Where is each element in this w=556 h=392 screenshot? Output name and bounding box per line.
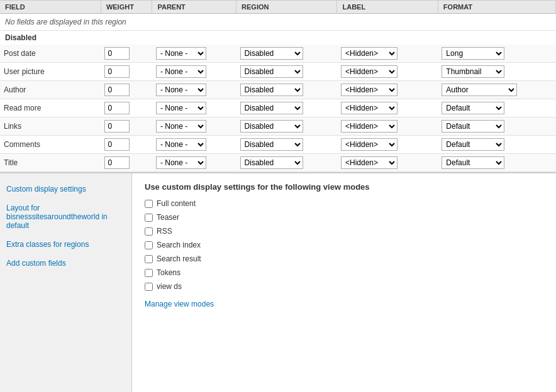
field-table-section: FIELD WEIGHT PARENT REGION LABEL FORMAT … bbox=[0, 0, 556, 172]
weight-input[interactable] bbox=[104, 65, 130, 78]
format-select[interactable]: Author bbox=[442, 84, 517, 96]
checkbox-item-teaser[interactable]: Teaser bbox=[145, 213, 543, 222]
col-header-region: REGION bbox=[236, 1, 337, 14]
region-select[interactable]: Disabled bbox=[240, 47, 303, 60]
region-select[interactable]: Disabled bbox=[240, 84, 303, 96]
format-select[interactable]: Default bbox=[442, 102, 504, 114]
table-row: Post date - None - Disabled bbox=[0, 45, 556, 63]
checkbox-item-tokens[interactable]: Tokens bbox=[145, 268, 543, 277]
label-select[interactable]: <Hidden> bbox=[341, 65, 398, 78]
parent-select[interactable]: - None - bbox=[156, 47, 206, 60]
label-select[interactable]: <Hidden> bbox=[341, 138, 398, 151]
parent-select[interactable]: - None - bbox=[156, 120, 206, 133]
region-select[interactable]: Disabled bbox=[240, 156, 303, 169]
checkbox-item-full-content[interactable]: Full content bbox=[145, 199, 543, 208]
sidebar-link-add-custom-fields[interactable]: Add custom fields bbox=[6, 259, 125, 268]
checkbox-full-content[interactable] bbox=[145, 200, 153, 208]
table-row: Title - None - Disabled <Hidden> Default bbox=[0, 154, 556, 172]
checkbox-teaser[interactable] bbox=[145, 214, 153, 222]
table-row: Comments - None - Disabled <Hidden> Defa… bbox=[0, 136, 556, 154]
label-cell: <Hidden> bbox=[337, 45, 438, 63]
main-container: FIELD WEIGHT PARENT REGION LABEL FORMAT … bbox=[0, 0, 556, 392]
weight-cell bbox=[101, 45, 152, 63]
checkbox-search-result[interactable] bbox=[145, 255, 153, 263]
label-select[interactable]: <Hidden> bbox=[341, 120, 398, 133]
label-select[interactable]: <Hidden> bbox=[341, 102, 398, 114]
checkbox-group: Full content Teaser RSS Search index Sea bbox=[145, 199, 543, 291]
format-cell: Long bbox=[438, 45, 555, 63]
parent-select[interactable]: - None - bbox=[156, 138, 206, 151]
sidebar-link-extra-classes[interactable]: Extra classes for regions bbox=[6, 240, 125, 249]
checkbox-label-tokens: Tokens bbox=[157, 268, 181, 277]
checkbox-label-teaser: Teaser bbox=[157, 213, 179, 222]
region-select[interactable]: Disabled bbox=[240, 120, 303, 133]
region-select[interactable]: Disabled bbox=[240, 102, 303, 114]
label-select[interactable]: <Hidden> bbox=[341, 156, 398, 169]
checkbox-item-search-result[interactable]: Search result bbox=[145, 254, 543, 263]
table-row: User picture - None - Disabled <Hidden> … bbox=[0, 63, 556, 81]
parent-cell: - None - bbox=[152, 45, 236, 63]
sidebar-link-layout[interactable]: Layout for bisnesssitesaroundtheworld in… bbox=[6, 204, 125, 230]
parent-select[interactable]: - None - bbox=[156, 102, 206, 114]
field-name: Comments bbox=[0, 136, 101, 154]
parent-select[interactable]: - None - bbox=[156, 84, 206, 96]
checkbox-tokens[interactable] bbox=[145, 269, 153, 277]
bottom-section: Custom display settings Layout for bisne… bbox=[0, 172, 556, 392]
sidebar-link-custom-display[interactable]: Custom display settings bbox=[6, 185, 125, 193]
weight-input[interactable] bbox=[104, 156, 130, 169]
checkbox-item-rss[interactable]: RSS bbox=[145, 227, 543, 236]
format-select[interactable]: Default bbox=[442, 138, 504, 151]
checkbox-label-rss: RSS bbox=[157, 227, 172, 236]
format-select[interactable]: Default bbox=[442, 156, 504, 169]
field-name: Read more bbox=[0, 99, 101, 117]
weight-input[interactable] bbox=[104, 138, 130, 151]
no-fields-message: No fields are displayed in this region bbox=[0, 14, 556, 31]
manage-view-modes-link[interactable]: Manage view modes bbox=[145, 300, 214, 308]
no-fields-row: No fields are displayed in this region bbox=[0, 14, 556, 31]
field-name: Title bbox=[0, 154, 101, 172]
region-select[interactable]: Disabled bbox=[240, 65, 303, 78]
weight-cell bbox=[101, 63, 152, 81]
checkbox-item-view-ds[interactable]: view ds bbox=[145, 282, 543, 291]
field-name: Author bbox=[0, 81, 101, 99]
checkbox-view-ds[interactable] bbox=[145, 283, 153, 291]
checkbox-label-view-ds: view ds bbox=[157, 282, 182, 291]
weight-input[interactable] bbox=[104, 47, 130, 60]
parent-select[interactable]: - None - bbox=[156, 156, 206, 169]
col-header-weight: WEIGHT bbox=[101, 1, 152, 14]
format-select[interactable]: Long bbox=[442, 47, 504, 60]
field-name: User picture bbox=[0, 63, 101, 81]
main-content-area: Use custom display settings for the foll… bbox=[132, 173, 556, 392]
sidebar: Custom display settings Layout for bisne… bbox=[0, 173, 132, 392]
format-select[interactable]: Thumbnail bbox=[442, 65, 504, 78]
sidebar-item-extra-classes[interactable]: Extra classes for regions bbox=[0, 235, 131, 254]
table-row: Links - None - Disabled <Hidden> Default bbox=[0, 117, 556, 136]
disabled-label-row: Disabled bbox=[0, 31, 556, 45]
region-cell: Disabled bbox=[236, 45, 337, 63]
sidebar-item-custom-display[interactable]: Custom display settings bbox=[0, 180, 131, 199]
field-table: FIELD WEIGHT PARENT REGION LABEL FORMAT … bbox=[0, 0, 556, 172]
sidebar-item-layout[interactable]: Layout for bisnesssitesaroundtheworld in… bbox=[0, 199, 131, 235]
weight-input[interactable] bbox=[104, 120, 130, 133]
table-row: Author - None - Disabled <Hidden> Author bbox=[0, 81, 556, 99]
col-header-label: LABEL bbox=[337, 1, 438, 14]
col-header-field: FIELD bbox=[0, 1, 101, 14]
region-select[interactable]: Disabled bbox=[240, 138, 303, 151]
weight-input[interactable] bbox=[104, 102, 130, 114]
col-header-parent: PARENT bbox=[152, 1, 236, 14]
weight-input[interactable] bbox=[104, 84, 130, 96]
format-select[interactable]: Default bbox=[442, 120, 504, 133]
sidebar-item-add-custom-fields[interactable]: Add custom fields bbox=[0, 254, 131, 273]
label-select[interactable]: <Hidden> bbox=[341, 84, 398, 96]
col-header-format: FORMAT bbox=[438, 1, 555, 14]
checkbox-label-search-index: Search index bbox=[157, 241, 201, 249]
checkbox-search-index[interactable] bbox=[145, 241, 153, 249]
parent-select[interactable]: - None - bbox=[156, 65, 206, 78]
checkbox-label-search-result: Search result bbox=[157, 254, 201, 263]
disabled-label: Disabled bbox=[0, 31, 556, 45]
field-name: Links bbox=[0, 117, 101, 136]
label-select[interactable]: <Hidden> bbox=[341, 47, 398, 60]
checkbox-item-search-index[interactable]: Search index bbox=[145, 241, 543, 249]
checkbox-label-full-content: Full content bbox=[157, 199, 196, 208]
checkbox-rss[interactable] bbox=[145, 227, 153, 236]
